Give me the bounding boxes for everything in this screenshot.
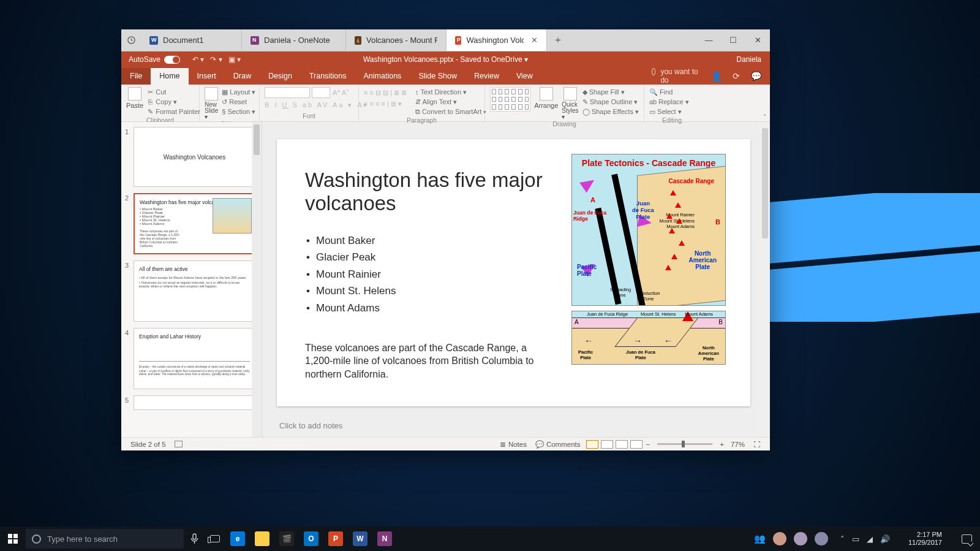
start-button[interactable] <box>0 534 26 544</box>
slide-sorter-view-button[interactable] <box>601 440 613 449</box>
design-tab[interactable]: Design <box>260 68 301 85</box>
zoom-out-button[interactable]: − <box>644 441 653 448</box>
maximize-button[interactable]: ☐ <box>721 29 745 51</box>
redo-button[interactable]: ↷ ▾ <box>210 55 222 64</box>
task-view-button[interactable] <box>205 535 225 542</box>
new-slide-button[interactable]: New Slide ▾ <box>205 87 218 120</box>
quick-styles-button[interactable]: Quick Styles ▾ <box>562 87 578 120</box>
align-text-button[interactable]: ⇵ Align Text ▾ <box>415 97 486 107</box>
slide-thumbnail-5[interactable] <box>134 395 255 410</box>
collapse-ribbon-button[interactable]: ˄ <box>763 113 766 120</box>
section-button[interactable]: § Section ▾ <box>222 107 255 116</box>
slideshow-tab[interactable]: Slide Show <box>410 68 466 85</box>
slide-bullets[interactable]: Mount Baker Glacier Peak Mount Rainier M… <box>305 232 568 317</box>
view-tab[interactable]: View <box>508 68 541 85</box>
people-button[interactable]: 👥 <box>754 533 766 544</box>
tray-overflow-button[interactable]: ˄ <box>840 534 845 544</box>
reset-button[interactable]: ↺ Reset <box>222 97 255 107</box>
document-title[interactable]: Washington Volcanoes.pptx - Saved to One… <box>363 55 528 64</box>
arrange-button[interactable]: Arrange <box>534 87 558 109</box>
notes-button[interactable]: ≣ Notes <box>496 440 531 449</box>
paste-button[interactable]: Paste <box>126 87 143 109</box>
layout-button[interactable]: ▦ Layout ▾ <box>222 87 255 97</box>
taskbar-app-explorer[interactable] <box>250 526 274 551</box>
slide-thumbnail-4[interactable]: Eruption and Lahar History Eruption – th… <box>134 328 255 389</box>
taskbar-app-movies[interactable]: 🎬 <box>274 526 299 551</box>
zoom-slider[interactable] <box>657 443 712 445</box>
tab-onenote-daniela[interactable]: Daniela - OneNote <box>242 29 346 51</box>
cut-button[interactable]: ✂ Cut <box>147 87 200 97</box>
wifi-icon[interactable]: ◢ <box>867 534 873 544</box>
comments-icon[interactable]: 💬 <box>751 71 761 81</box>
close-window-button[interactable]: ✕ <box>745 29 770 51</box>
battery-icon[interactable]: ▭ <box>852 534 859 544</box>
slideshow-view-button[interactable] <box>630 440 643 449</box>
slide-canvas[interactable]: Washington has five major volcanoes ↖ Mo… <box>277 139 750 406</box>
comments-button[interactable]: 💬 Comments <box>531 440 585 449</box>
autosave-toggle[interactable] <box>164 56 180 64</box>
minimize-button[interactable]: — <box>696 29 721 51</box>
format-painter-button[interactable]: ✎ Format Painter <box>147 107 200 116</box>
notes-pane[interactable]: Click to add notes <box>277 421 741 436</box>
people-contact-2[interactable] <box>794 532 807 545</box>
tab-powerpoint-active[interactable]: Washington Volcanoe ✕ <box>447 29 547 51</box>
volume-icon[interactable]: 🔊 <box>880 534 890 544</box>
action-center-button[interactable] <box>956 534 978 544</box>
taskbar-app-powerpoint[interactable]: P <box>323 526 348 551</box>
animations-tab[interactable]: Animations <box>355 68 410 85</box>
review-tab[interactable]: Review <box>466 68 508 85</box>
undo-button[interactable]: ↶ ▾ <box>192 55 204 64</box>
new-tab-button[interactable]: ＋ <box>547 29 569 51</box>
cortana-mic-button[interactable] <box>184 533 205 544</box>
find-button[interactable]: 🔍 Find <box>649 87 689 97</box>
insert-tab[interactable]: Insert <box>189 68 225 85</box>
select-button[interactable]: ▭ Select ▾ <box>649 107 689 116</box>
convert-smartart-button[interactable]: ⧉ Convert to SmartArt ▾ <box>415 107 486 116</box>
canvas-vertical-scrollbar[interactable] <box>760 122 770 450</box>
font-family-box[interactable] <box>265 87 310 98</box>
reading-view-button[interactable] <box>616 440 628 449</box>
taskbar-app-outlook[interactable]: O <box>299 526 323 551</box>
slide-title[interactable]: Washington has five major volcanoes <box>305 169 568 215</box>
people-contact-1[interactable] <box>773 532 786 545</box>
start-from-beginning-button[interactable]: ▣ ▾ <box>228 55 241 64</box>
slide-thumbnail-3[interactable]: All of them are active • All of them exc… <box>134 260 255 322</box>
shape-fill-button[interactable]: ◆ Shape Fill ▾ <box>582 87 639 97</box>
draw-tab[interactable]: Draw <box>225 68 260 85</box>
slide-image-map[interactable]: Plate Tectonics - Cascade Range Cascade … <box>571 154 726 367</box>
font-size-box[interactable] <box>312 87 330 98</box>
shape-effects-button[interactable]: ◯ Shape Effects ▾ <box>582 107 639 116</box>
shape-outline-button[interactable]: ✎ Shape Outline ▾ <box>582 97 639 107</box>
history-icon[interactable]: ⟳ <box>733 71 740 81</box>
spellcheck-button[interactable] <box>170 441 187 447</box>
taskbar-search[interactable]: Type here to search <box>26 529 184 549</box>
shapes-gallery[interactable] <box>490 87 530 112</box>
taskbar-app-edge[interactable]: e <box>225 526 250 551</box>
slide-thumbnail-2[interactable]: Washington has five major volcanoes • Mo… <box>134 193 255 254</box>
taskbar-clock[interactable]: 2:17 PM 11/29/2017 <box>902 531 948 546</box>
tab-word-document1[interactable]: Document1 <box>141 29 242 51</box>
tab-history-button[interactable] <box>121 29 141 51</box>
tab-edge-volcanoes[interactable]: Volcanoes - Mount Rainie <box>346 29 447 51</box>
slide-paragraph[interactable]: These volcanoes are part of the Cascade … <box>305 341 552 381</box>
close-tab-button[interactable]: ✕ <box>531 36 538 45</box>
copy-button[interactable]: ⎘ Copy ▾ <box>147 97 200 107</box>
taskbar-app-onenote[interactable]: N <box>372 526 397 551</box>
text-direction-button[interactable]: ↕ Text Direction ▾ <box>415 87 486 97</box>
slide-thumbnails-pane[interactable]: 1 Washington Volcanoes 2 Washington has … <box>121 122 262 450</box>
thumbnails-scrollbar[interactable] <box>252 122 262 450</box>
transitions-tab[interactable]: Transitions <box>301 68 355 85</box>
account-icon[interactable]: 👤 <box>711 71 722 81</box>
replace-button[interactable]: ab Replace ▾ <box>649 97 689 107</box>
people-contact-3[interactable] <box>815 532 828 545</box>
slide-indicator[interactable]: Slide 2 of 5 <box>126 441 170 448</box>
zoom-level[interactable]: 77% <box>726 441 749 448</box>
signed-in-user[interactable]: Daniela <box>736 55 761 64</box>
slide-thumbnail-1[interactable]: Washington Volcanoes <box>134 127 255 187</box>
fit-to-window-button[interactable]: ⛶ <box>749 441 765 448</box>
file-tab[interactable]: File <box>121 68 151 85</box>
normal-view-button[interactable] <box>586 440 598 449</box>
taskbar-app-word[interactable]: W <box>348 526 372 551</box>
home-tab[interactable]: Home <box>151 68 188 85</box>
zoom-in-button[interactable]: + <box>717 441 726 448</box>
